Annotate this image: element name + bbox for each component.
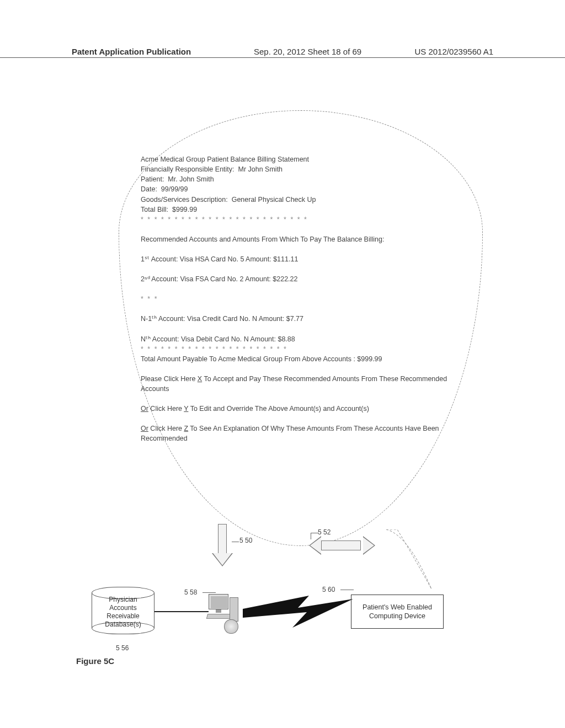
leader-552a	[311, 533, 311, 539]
billing-statement-text: Acme Medical Group Patient Balance Billi…	[141, 154, 455, 444]
db-line1: Physician	[109, 596, 137, 603]
patient-device-text: Patient's Web Enabled Computing Device	[354, 603, 441, 621]
explain-or: Or	[141, 425, 148, 432]
account-1: 1ˢᵗ Account: Visa HSA Card No. 5 Amount:…	[141, 254, 455, 264]
responsible-label: Financially Responsible Entity:	[141, 165, 234, 173]
ref-560: 5 60	[322, 586, 335, 593]
edit-line[interactable]: Or Click Here Y To Edit and Override The…	[141, 404, 455, 414]
total-payable: Total Amount Payable To Acme Medical Gro…	[141, 354, 455, 364]
connector-server-device	[243, 596, 353, 628]
total-bill-line: Total Bill: $999.99	[141, 205, 455, 215]
ref-552: 5 52	[318, 528, 331, 536]
db-line3: Receivable	[106, 612, 139, 620]
date-line: Date: 99/99/99	[141, 184, 455, 194]
accept-link[interactable]: X	[198, 375, 202, 383]
recommended-heading: Recommended Accounts and Amounts From Wh…	[141, 234, 455, 244]
explain-mid: Click Here	[148, 425, 184, 432]
explain-link[interactable]: Z	[184, 425, 188, 432]
accounts-ellipsis: * * *	[141, 294, 455, 304]
account-2: 2ⁿᵈ Account: Visa FSA Card No. 2 Amount:…	[141, 274, 455, 284]
ref-556: 5 56	[116, 644, 129, 652]
goods-line: Goods/Services Description: General Phys…	[141, 195, 455, 205]
patient-label: Patient:	[141, 175, 164, 183]
responsible-value: Mr John Smith	[238, 165, 282, 173]
patient-device-box: Patient's Web Enabled Computing Device	[351, 595, 444, 629]
patient-line: Patient: Mr. John Smith	[141, 174, 455, 184]
date-value: 99/99/99	[161, 185, 188, 193]
leader-550	[232, 542, 239, 542]
account-n-minus-1: N-1ᵗʰ Account: Visa Credit Card No. N Am…	[141, 314, 455, 324]
ref-558: 5 58	[184, 588, 197, 596]
date-sheet: Sep. 20, 2012 Sheet 18 of 69	[254, 47, 361, 56]
explain-line[interactable]: Or Click Here Z To See An Explanation Of…	[141, 424, 455, 443]
separator-1: * * * * * * * * * * * * * * * * * * * * …	[141, 215, 455, 224]
goods-label: Goods/Services Description:	[141, 196, 228, 204]
date-label: Date:	[141, 185, 157, 193]
figure-label: Figure 5C	[76, 656, 114, 666]
leader-560	[340, 590, 354, 590]
ref-550: 5 50	[239, 537, 252, 544]
down-arrow-icon	[214, 524, 231, 567]
responsible-entity: Financially Responsible Entity: Mr John …	[141, 164, 455, 174]
double-arrow-icon	[309, 536, 375, 555]
database-icon: Physician Accounts Receivable Database(s…	[92, 587, 154, 635]
separator-2: * * * * * * * * * * * * * * * * * * * * …	[141, 344, 455, 354]
total-bill-value: $999.99	[172, 206, 197, 213]
leader-558	[202, 592, 216, 593]
svg-marker-0	[243, 596, 353, 628]
publication-type: Patent Application Publication	[72, 47, 191, 56]
connector-db-server	[154, 611, 209, 612]
header-divider	[0, 57, 565, 58]
edit-or: Or	[141, 405, 148, 413]
accept-line[interactable]: Please Click Here X To Accept and Pay Th…	[141, 374, 455, 394]
edit-suffix: To Edit and Override The Above Amount(s)…	[188, 405, 369, 413]
statement-title: Acme Medical Group Patient Balance Billi…	[141, 154, 455, 164]
edit-mid: Click Here	[148, 405, 184, 413]
db-line4: Database(s)	[105, 620, 141, 628]
publication-number: US 2012/0239560 A1	[414, 47, 493, 56]
accept-prefix: Please Click Here	[141, 375, 198, 383]
total-bill-label: Total Bill:	[141, 206, 168, 213]
goods-value: General Physical Check Up	[232, 196, 316, 204]
server-icon	[209, 594, 242, 633]
leader-552b	[311, 533, 318, 533]
db-line2: Accounts	[109, 604, 136, 612]
callout-tail	[381, 529, 436, 596]
account-n: Nᵗʰ Account: Visa Debit Card No. N Amoun…	[141, 334, 455, 344]
patient-value: Mr. John Smith	[168, 175, 214, 183]
